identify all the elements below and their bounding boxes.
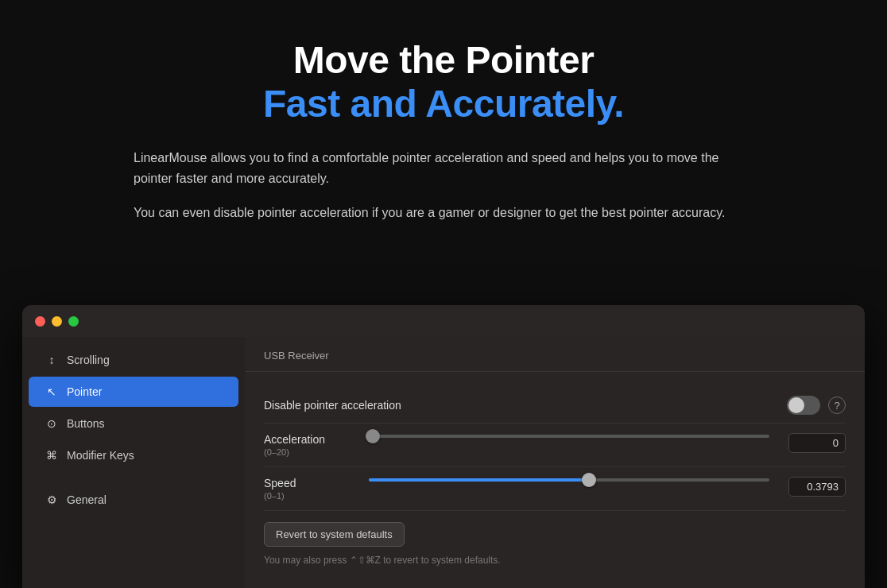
speed-label-block: Speed (0–1) [264, 477, 359, 501]
speed-value[interactable]: 0.3793 [788, 477, 846, 497]
acceleration-label-block: Acceleration (0–20) [264, 433, 359, 457]
acceleration-slider-container [369, 435, 769, 438]
acceleration-label: Acceleration [264, 433, 359, 446]
disable-acceleration-controls: ? [787, 396, 846, 415]
sidebar: ↕ Scrolling ↖ Pointer ⊙ Buttons ⌘ Modifi… [22, 337, 245, 588]
speed-slider-track[interactable] [369, 478, 769, 482]
device-tab-bar: USB Receiver [245, 337, 865, 372]
toggle-knob [788, 397, 804, 413]
close-button[interactable] [35, 316, 45, 327]
traffic-lights [35, 316, 79, 327]
sidebar-item-label-scrolling: Scrolling [67, 354, 110, 366]
hero-desc-1: LinearMouse allows you to find a comfort… [134, 148, 753, 188]
acceleration-slider-track[interactable] [369, 435, 769, 438]
help-button[interactable]: ? [828, 397, 846, 414]
content-area: USB Receiver Disable pointer acceleratio… [245, 337, 865, 588]
acceleration-row-header: Acceleration (0–20) 0 [264, 433, 846, 457]
sidebar-item-buttons[interactable]: ⊙ Buttons [29, 408, 238, 439]
speed-row-header: Speed (0–1) 0.3793 [264, 477, 846, 501]
sidebar-item-label-modifier-keys: Modifier Keys [67, 449, 134, 462]
disable-acceleration-label: Disable pointer acceleration [264, 399, 401, 412]
scrolling-icon: ↕ [45, 353, 59, 367]
app-window: ↕ Scrolling ↖ Pointer ⊙ Buttons ⌘ Modifi… [22, 305, 865, 588]
general-icon: ⚙ [45, 493, 59, 507]
sidebar-item-scrolling[interactable]: ↕ Scrolling [29, 345, 238, 375]
hero-title-line1: Move the Pointer [79, 38, 808, 82]
shortcut-hint: You may also press ⌃⇧⌘Z to revert to sys… [264, 555, 846, 566]
acceleration-range: (0–20) [264, 447, 359, 457]
sidebar-item-label-buttons: Buttons [67, 417, 104, 430]
speed-slider-container [369, 478, 769, 482]
hero-description: LinearMouse allows you to find a comfort… [134, 148, 753, 223]
acceleration-row: Acceleration (0–20) 0 [264, 424, 846, 467]
speed-label: Speed [264, 477, 359, 489]
hero-section: Move the Pointer Fast and Accurately. Li… [0, 0, 887, 255]
buttons-icon: ⊙ [45, 416, 59, 431]
minimize-button[interactable] [52, 316, 62, 327]
modifier-keys-icon: ⌘ [45, 448, 59, 462]
revert-button[interactable]: Revert to system defaults [264, 522, 405, 547]
speed-range: (0–1) [264, 491, 359, 501]
disable-acceleration-toggle[interactable] [787, 396, 820, 415]
pointer-icon: ↖ [45, 385, 59, 399]
sidebar-separator [22, 472, 245, 485]
speed-row: Speed (0–1) 0.3793 [264, 467, 846, 511]
settings-body: Disable pointer acceleration ? Accelerat… [245, 372, 865, 582]
maximize-button[interactable] [68, 316, 79, 327]
title-bar [22, 305, 865, 337]
disable-acceleration-row: Disable pointer acceleration ? [264, 388, 846, 424]
app-body: ↕ Scrolling ↖ Pointer ⊙ Buttons ⌘ Modifi… [22, 337, 865, 588]
sidebar-item-label-general: General [67, 493, 107, 506]
acceleration-value[interactable]: 0 [788, 433, 846, 453]
hero-desc-2: You can even disable pointer acceleratio… [134, 203, 753, 223]
sidebar-item-pointer[interactable]: ↖ Pointer [29, 377, 238, 407]
sidebar-item-modifier-keys[interactable]: ⌘ Modifier Keys [29, 440, 238, 470]
sidebar-item-label-pointer: Pointer [67, 385, 102, 398]
device-tab[interactable]: USB Receiver [264, 346, 329, 365]
hero-title-line2: Fast and Accurately. [79, 82, 808, 126]
sidebar-item-general[interactable]: ⚙ General [29, 485, 238, 515]
